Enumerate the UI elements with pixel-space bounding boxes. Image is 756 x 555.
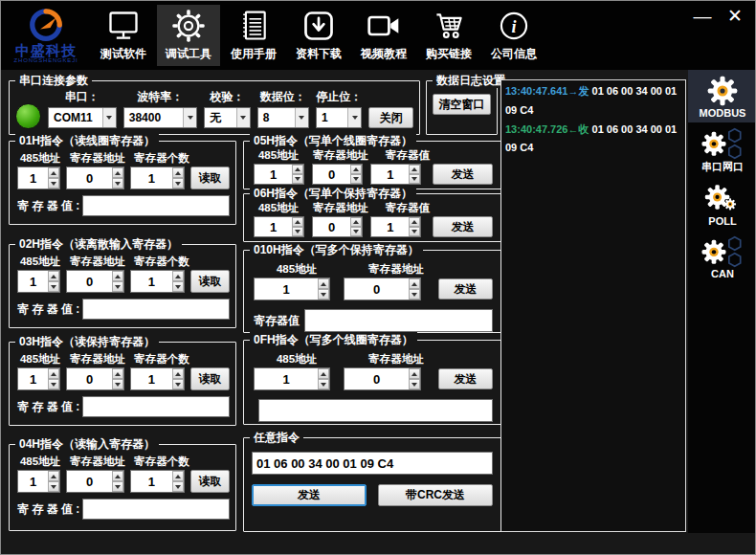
stepper-down-icon[interactable] [350, 174, 362, 184]
register-value-input[interactable] [82, 195, 230, 216]
toolbar-item-purchase-link[interactable]: 购买链接 [417, 5, 480, 66]
close-button[interactable]: ✕ [724, 7, 745, 26]
send-with-crc-button[interactable]: 带CRC发送 [378, 484, 493, 506]
stepper-up-icon[interactable] [112, 471, 123, 481]
reg-value-stepper[interactable]: 1 [370, 216, 421, 237]
stepper-up-icon[interactable] [350, 217, 362, 227]
stepper-up-icon[interactable] [112, 368, 123, 379]
port-select[interactable]: COM11 [48, 107, 117, 128]
addr-stepper[interactable]: 1 [254, 164, 304, 185]
register-value-input[interactable] [82, 499, 230, 520]
parity-select[interactable]: 无 [204, 107, 250, 128]
sidebar-item-modbus[interactable]: MODBUS [688, 70, 756, 122]
read-button[interactable]: 读取 [190, 270, 230, 293]
stepper-down-icon[interactable] [318, 379, 329, 389]
reg-addr-stepper[interactable]: 0 [344, 367, 420, 390]
addr-stepper[interactable]: 1 [254, 367, 330, 390]
stepper-up-icon[interactable] [292, 217, 303, 227]
command-input[interactable]: 01 06 00 34 00 01 09 C4 [252, 452, 493, 475]
databits-select[interactable]: 8 [257, 107, 309, 128]
stepper-down-icon[interactable] [409, 174, 420, 184]
clear-window-button[interactable]: 清空窗口 [433, 94, 491, 115]
reg-count-stepper[interactable]: 1 [130, 166, 185, 189]
toolbar-item-downloads[interactable]: 资料下载 [287, 5, 350, 66]
stepper-up-icon[interactable] [409, 368, 420, 379]
register-value-input[interactable] [258, 399, 493, 422]
toolbar-item-company-info[interactable]: i 公司信息 [482, 5, 545, 66]
reg-addr-stepper[interactable]: 0 [66, 367, 124, 390]
sidebar-item-serial-ethernet[interactable]: 串口网口 [688, 122, 756, 178]
reg-count-stepper[interactable]: 1 [130, 270, 185, 293]
read-button[interactable]: 读取 [190, 367, 230, 390]
reg-addr-stepper[interactable]: 0 [66, 470, 124, 493]
reg-addr-stepper[interactable]: 0 [66, 166, 124, 189]
baud-select[interactable]: 38400 [123, 107, 198, 128]
minimize-button[interactable]: — [692, 7, 713, 26]
sidebar-item-poll[interactable]: POLL [688, 178, 756, 231]
stepper-down-icon[interactable] [409, 379, 420, 389]
stepper-up-icon[interactable] [409, 278, 420, 289]
stepper-down-icon[interactable] [112, 281, 123, 292]
toolbar-item-video-tutorials[interactable]: 视频教程 [352, 5, 415, 66]
stepper-up-icon[interactable] [48, 271, 59, 281]
stepper-up-icon[interactable] [350, 165, 362, 174]
reg-addr-stepper[interactable]: 0 [312, 164, 363, 185]
stepper-down-icon[interactable] [48, 281, 59, 292]
stepper-up-icon[interactable] [48, 471, 59, 481]
reg-count-stepper[interactable]: 1 [130, 470, 185, 493]
stepper-down-icon[interactable] [48, 379, 59, 389]
send-button[interactable]: 发送 [433, 164, 493, 185]
addr-stepper[interactable]: 1 [17, 367, 60, 390]
stepper-down-icon[interactable] [350, 227, 362, 236]
send-button[interactable]: 发送 [252, 484, 367, 506]
stepper-up-icon[interactable] [48, 368, 59, 379]
addr-stepper[interactable]: 1 [17, 470, 60, 493]
reg-addr-stepper[interactable]: 0 [66, 270, 124, 293]
sidebar-item-can[interactable]: CAN [688, 231, 756, 283]
stepper-down-icon[interactable] [172, 379, 184, 389]
toolbar-item-user-manual[interactable]: 使用手册 [222, 5, 285, 66]
stepper-down-icon[interactable] [112, 379, 123, 389]
stepper-down-icon[interactable] [48, 178, 59, 189]
stepper-up-icon[interactable] [112, 271, 123, 281]
stopbits-select[interactable]: 1 [316, 107, 362, 128]
reg-count-stepper[interactable]: 1 [130, 367, 185, 390]
stepper-up-icon[interactable] [172, 271, 184, 281]
addr-stepper[interactable]: 1 [17, 166, 60, 189]
addr-stepper[interactable]: 1 [17, 270, 60, 293]
stepper-down-icon[interactable] [292, 174, 303, 184]
stepper-up-icon[interactable] [172, 471, 184, 481]
stepper-down-icon[interactable] [172, 281, 184, 292]
stepper-up-icon[interactable] [172, 167, 184, 178]
stepper-up-icon[interactable] [409, 165, 420, 174]
stepper-up-icon[interactable] [112, 167, 123, 178]
addr-stepper[interactable]: 1 [254, 216, 304, 237]
send-button[interactable]: 发送 [433, 216, 493, 237]
addr-stepper[interactable]: 1 [254, 278, 330, 300]
reg-value-stepper[interactable]: 1 [370, 164, 421, 185]
stepper-down-icon[interactable] [172, 178, 184, 189]
stepper-down-icon[interactable] [48, 481, 59, 492]
stepper-down-icon[interactable] [318, 289, 329, 300]
stepper-up-icon[interactable] [318, 368, 329, 379]
send-button[interactable]: 发送 [438, 278, 493, 300]
stepper-down-icon[interactable] [112, 178, 123, 189]
read-button[interactable]: 读取 [190, 470, 230, 493]
stepper-down-icon[interactable] [409, 227, 420, 236]
stepper-down-icon[interactable] [409, 289, 420, 300]
stepper-down-icon[interactable] [172, 481, 184, 492]
read-button[interactable]: 读取 [190, 166, 230, 189]
send-button[interactable]: 发送 [438, 368, 493, 389]
stepper-up-icon[interactable] [172, 368, 184, 379]
toolbar-item-debug-tool[interactable]: 调试工具 [157, 5, 220, 66]
stepper-up-icon[interactable] [48, 167, 59, 178]
stepper-up-icon[interactable] [318, 278, 329, 289]
reg-addr-stepper[interactable]: 0 [344, 278, 420, 300]
stepper-up-icon[interactable] [292, 165, 303, 174]
register-value-input[interactable] [82, 299, 230, 320]
stepper-down-icon[interactable] [112, 481, 123, 492]
register-value-input[interactable] [304, 309, 493, 332]
register-value-input[interactable] [82, 396, 230, 417]
toolbar-item-test-software[interactable]: 测试软件 [92, 5, 155, 66]
data-log-panel[interactable]: 13:40:47.641→发 01 06 00 34 00 01 09 C4 1… [500, 79, 686, 532]
